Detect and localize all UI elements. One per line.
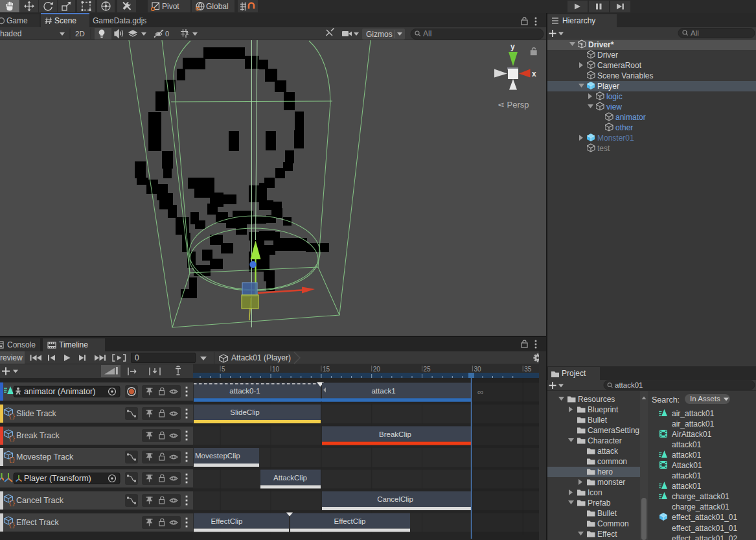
svg-text:Movestep Track: Movestep Track [16, 452, 74, 462]
svg-text:30: 30 [474, 366, 481, 373]
svg-text:MovestepClip: MovestepClip [195, 452, 240, 460]
svg-text:Break Track: Break Track [16, 431, 60, 440]
svg-text:5: 5 [222, 366, 225, 373]
svg-text:animator (Animator): animator (Animator) [24, 387, 95, 396]
svg-text:attack1: attack1 [371, 387, 395, 395]
svg-text:{}: {} [8, 414, 16, 420]
svg-text:SlideClip: SlideClip [230, 408, 259, 416]
svg-text:y: y [510, 42, 515, 51]
svg-text:20: 20 [373, 366, 381, 373]
svg-text:Gizmos: Gizmos [366, 30, 393, 39]
svg-text:10: 10 [272, 366, 280, 373]
svg-text:{}: {} [8, 436, 16, 442]
svg-text:0: 0 [165, 30, 169, 38]
svg-text:Cancel Track: Cancel Track [16, 496, 64, 505]
svg-text:All: All [691, 29, 699, 37]
svg-text:Global: Global [206, 2, 229, 11]
svg-text:All: All [423, 29, 431, 38]
svg-text:2D: 2D [75, 30, 85, 38]
svg-text:BreakClip: BreakClip [379, 430, 411, 438]
svg-text:CancelClip: CancelClip [377, 495, 413, 503]
svg-text:Player (Transform): Player (Transform) [24, 474, 91, 483]
svg-text:Effect Track: Effect Track [16, 518, 60, 527]
svg-text:attack01: attack01 [615, 381, 643, 389]
svg-text:attack0-1: attack0-1 [229, 387, 260, 395]
svg-text:15: 15 [323, 366, 330, 373]
svg-text:35: 35 [524, 366, 532, 373]
svg-text:{}: {} [8, 457, 16, 464]
svg-text:Pivot: Pivot [162, 2, 179, 11]
svg-text:Slide Track: Slide Track [16, 409, 57, 418]
svg-text:x: x [532, 69, 536, 78]
svg-text:25: 25 [424, 366, 431, 373]
svg-text:EffectClip: EffectClip [334, 517, 365, 525]
svg-text:EffectClip: EffectClip [211, 517, 242, 525]
svg-text:⋖ Persp: ⋖ Persp [498, 100, 529, 110]
svg-text:AttackClip: AttackClip [273, 474, 307, 482]
svg-text:{}: {} [8, 522, 16, 529]
svg-text:{}: {} [8, 500, 16, 507]
